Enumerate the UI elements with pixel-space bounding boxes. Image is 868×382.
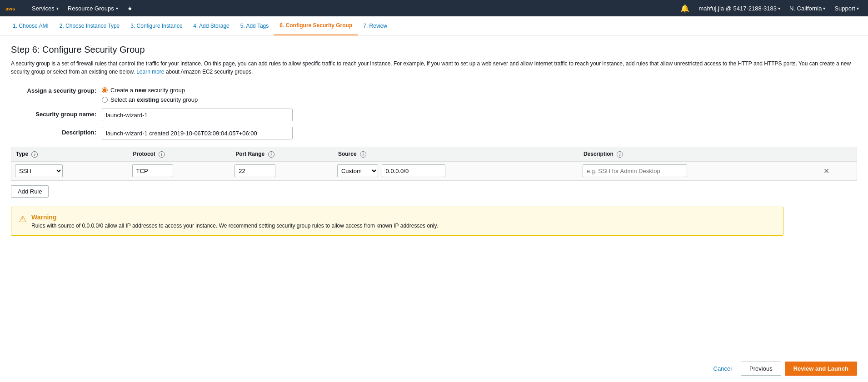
wizard-tabs: 1. Choose AMI 2. Choose Instance Type 3.… [0,16,868,35]
radio-existing-text: Select an existing security group [110,96,198,103]
user-label: mahfuj.jia @ 5417-2188-3183 [698,5,776,12]
warning-text: Rules with source of 0.0.0.0/0 allow all… [31,223,438,229]
radio-new-text: Create a new security group [110,87,185,94]
radio-new-option[interactable]: Create a new security group [102,87,857,94]
desc-info-icon[interactable]: i [617,151,623,158]
sg-description-row: Description: [11,127,857,139]
region-label: N. California [789,5,822,12]
learn-more-link[interactable]: Learn more [136,69,164,75]
region-caret: ▾ [823,6,825,11]
port-input[interactable] [234,164,275,177]
tab-storage[interactable]: 4. Add Storage [188,16,234,35]
main-content: Step 6: Configure Security Group A secur… [0,35,868,355]
star-icon: ★ [127,5,133,12]
col-protocol: Protocol i [129,147,231,162]
sg-name-row: Security group name: [11,109,857,121]
sg-name-input[interactable] [102,109,293,121]
rules-table-wrap: Type i Protocol i Port Range i Source i [11,147,857,181]
source-info-icon[interactable]: i [360,151,366,158]
warning-title: Warning [31,213,438,221]
port-info-icon[interactable]: i [268,151,274,158]
cell-description [579,162,817,180]
cell-port-range [231,162,334,180]
sg-description-input[interactable] [102,127,293,139]
user-menu[interactable]: mahfuj.jia @ 5417-2188-3183 ▾ [695,5,783,12]
nav-right: 🔔 mahfuj.jia @ 5417-2188-3183 ▾ N. Calif… [677,4,863,13]
resource-groups-button[interactable]: Resource Groups ▾ [63,0,123,16]
protocol-input[interactable] [132,164,173,177]
region-menu[interactable]: N. California ▾ [786,5,829,12]
sg-name-label: Security group name: [11,109,102,118]
tab-tags[interactable]: 5. Add Tags [235,16,274,35]
source-value-input[interactable] [382,164,445,177]
col-delete [817,147,857,162]
type-info-icon[interactable]: i [31,151,38,158]
radio-existing-option[interactable]: Select an existing security group [102,96,857,103]
col-type: Type i [11,147,129,162]
assign-sg-row: Assign a security group: Create a new se… [11,85,857,103]
radio-existing-input[interactable] [102,97,108,103]
support-caret: ▾ [857,6,859,11]
cell-source: Custom Anywhere My IP [334,162,579,180]
resource-groups-label: Resource Groups [68,5,114,12]
type-select[interactable]: SSH HTTP HTTPS Custom TCP All traffic [15,164,63,177]
svg-text:aws: aws [5,6,15,11]
source-select[interactable]: Custom Anywhere My IP [337,164,378,177]
col-source: Source i [334,147,579,162]
warning-triangle-icon: ⚠ [19,213,27,224]
description-input[interactable] [583,164,687,177]
tab-security[interactable]: 6. Configure Security Group [274,16,358,35]
sg-description-wrap [102,127,857,139]
assign-sg-label: Assign a security group: [11,85,102,94]
top-nav: aws Services ▾ Resource Groups ▾ ★ 🔔 mah… [0,0,868,16]
tab-ami[interactable]: 1. Choose AMI [7,16,54,35]
page-description: A security group is a set of firewall ru… [11,60,857,76]
assign-sg-options: Create a new security group Select an ex… [102,85,857,103]
warning-box: ⚠ Warning Rules with source of 0.0.0.0/0… [11,207,783,236]
delete-rule-button[interactable]: ✕ [821,166,832,176]
cell-delete: ✕ [817,162,857,180]
bookmarks-button[interactable]: ★ [123,0,137,16]
sg-description-label: Description: [11,127,102,136]
support-menu[interactable]: Support ▾ [831,5,863,12]
services-label: Services [32,5,55,12]
aws-logo: aws [5,4,20,13]
resource-groups-caret: ▾ [116,6,118,11]
description-text-p2: about Amazon EC2 security groups. [166,69,253,75]
tab-instance[interactable]: 3. Configure Instance [125,16,188,35]
services-caret: ▾ [56,6,59,11]
support-label: Support [834,5,855,12]
warning-content: Warning Rules with source of 0.0.0.0/0 a… [31,213,438,229]
radio-new-input[interactable] [102,87,108,93]
table-row: SSH HTTP HTTPS Custom TCP All traffic [11,162,857,180]
col-port-range: Port Range i [231,147,334,162]
rules-table: Type i Protocol i Port Range i Source i [11,147,857,180]
user-caret: ▾ [778,6,780,11]
sg-name-wrap [102,109,857,121]
cell-type: SSH HTTP HTTPS Custom TCP All traffic [11,162,129,180]
tab-review[interactable]: 7. Review [358,16,393,35]
rules-table-header: Type i Protocol i Port Range i Source i [11,147,857,162]
col-description: Description i [579,147,817,162]
page-title: Step 6: Configure Security Group [11,45,857,55]
tab-instance-type[interactable]: 2. Choose Instance Type [54,16,125,35]
cell-protocol [129,162,231,180]
services-button[interactable]: Services ▾ [27,0,63,16]
protocol-info-icon[interactable]: i [159,151,165,158]
add-rule-button[interactable]: Add Rule [11,185,49,198]
notifications-bell-icon[interactable]: 🔔 [677,4,693,13]
